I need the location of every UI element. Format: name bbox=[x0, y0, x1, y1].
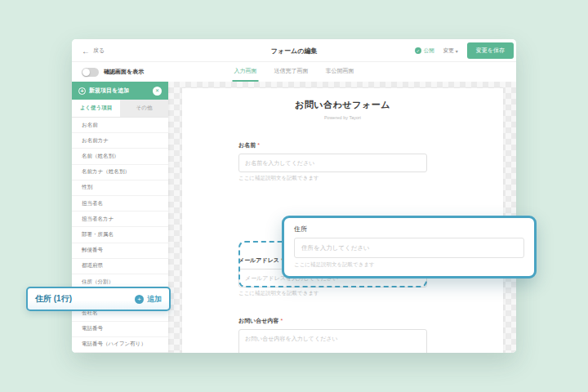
field-input[interactable] bbox=[238, 154, 427, 172]
card-field-input[interactable] bbox=[294, 238, 524, 258]
status-check-icon: ✓ bbox=[415, 47, 421, 54]
palette-tabs: よく使う項目 その他 bbox=[72, 100, 168, 118]
palette-item[interactable]: お名前カナ bbox=[72, 133, 168, 149]
change-dropdown-label: 変更 bbox=[443, 47, 454, 55]
field-palette-sidebar: + 新規項目を追加 ✕ よく使う項目 その他 お名前お名前カナ名前（姓名別）名前… bbox=[72, 82, 168, 353]
add-field-button[interactable]: + 追加 bbox=[135, 294, 162, 305]
confirm-screen-toggle-label: 確認画面を表示 bbox=[104, 68, 144, 76]
palette-item[interactable]: 電話番号 bbox=[72, 322, 168, 337]
palette-item[interactable]: 郵便番号 bbox=[72, 243, 168, 259]
address-field-card[interactable]: 住所 ここに補足説明文を記載できます bbox=[282, 216, 537, 278]
palette-item[interactable]: 電話番号（ハイフン有り） bbox=[72, 337, 168, 353]
palette-header-label: 新規項目を追加 bbox=[89, 87, 129, 95]
save-changes-button[interactable]: 変更を保存 bbox=[467, 42, 514, 59]
toggle-knob bbox=[82, 69, 90, 76]
screen-tabs: 入力画面 送信完了画面 非公開画面 bbox=[233, 62, 356, 82]
page-title: フォームの編集 bbox=[271, 39, 318, 62]
palette-tab-label: その他 bbox=[136, 105, 153, 112]
required-mark: * bbox=[281, 318, 283, 323]
publish-status-badge: ✓ 公開 bbox=[415, 47, 434, 55]
plus-circle-icon: + bbox=[78, 87, 86, 95]
back-label: 戻る bbox=[93, 47, 105, 55]
card-helper-text: ここに補足説明文を記載できます bbox=[294, 261, 524, 269]
palette-tab[interactable]: その他 bbox=[120, 100, 168, 117]
arrow-left-icon: ← bbox=[82, 47, 90, 56]
required-mark: * bbox=[257, 142, 260, 148]
palette-header-title: + 新規項目を追加 bbox=[78, 87, 129, 95]
palette-header: + 新規項目を追加 ✕ bbox=[72, 82, 168, 100]
address-one-line-callout[interactable]: 住所 (1行) + 追加 bbox=[26, 287, 171, 311]
chevron-down-icon: ▾ bbox=[456, 48, 458, 54]
field-helper-text: ここに補足説明文を記載できます bbox=[238, 175, 427, 182]
palette-item[interactable]: 担当者名カナ bbox=[72, 212, 168, 227]
palette-item[interactable]: 名前（姓名別） bbox=[72, 149, 168, 164]
top-bar: ← 戻る フォームの編集 ✓ 公開 変更 ▾ 変更を保存 bbox=[72, 39, 516, 62]
form-field: お問い合せ内容* bbox=[238, 311, 427, 353]
screen-tab[interactable]: 入力画面 bbox=[233, 62, 259, 82]
sub-bar: 確認画面を表示 入力画面 送信完了画面 非公開画面 bbox=[72, 62, 516, 82]
screen-tab[interactable]: 送信完了画面 bbox=[273, 62, 310, 82]
add-button-label: 追加 bbox=[147, 294, 162, 305]
screen-tab-label: 非公開画面 bbox=[326, 67, 354, 75]
form-field: お名前* ここに補足説明文を記載できます bbox=[238, 136, 427, 182]
form-title: お問い合わせフォーム bbox=[182, 99, 503, 111]
palette-tab-label: よく使う項目 bbox=[80, 105, 112, 112]
field-label: お問い合せ内容 bbox=[238, 318, 279, 323]
field-label: お名前 bbox=[238, 142, 256, 148]
palette-item[interactable]: お名前 bbox=[72, 118, 168, 133]
topbar-actions: ✓ 公開 変更 ▾ 変更を保存 bbox=[415, 39, 514, 62]
status-label: 公開 bbox=[424, 47, 434, 55]
card-field-label: 住所 bbox=[294, 225, 524, 234]
callout-label: 住所 (1行) bbox=[35, 293, 72, 305]
palette-item[interactable]: 名前カナ（姓名別） bbox=[72, 165, 168, 180]
palette-tab[interactable]: よく使う項目 bbox=[72, 100, 120, 117]
powered-by-label: Powered by Tayori bbox=[182, 115, 503, 120]
confirm-screen-toggle[interactable] bbox=[82, 68, 99, 77]
screen-tab[interactable]: 非公開画面 bbox=[324, 62, 356, 82]
palette-item[interactable]: 都道府県 bbox=[72, 259, 168, 274]
desktop-background: ← 戻る フォームの編集 ✓ 公開 変更 ▾ 変更を保存 bbox=[0, 0, 588, 392]
plus-circle-icon: + bbox=[135, 295, 144, 304]
field-label-row: お問い合せ内容* bbox=[238, 311, 427, 326]
screen-tab-label: 入力画面 bbox=[234, 67, 257, 75]
back-button[interactable]: ← 戻る bbox=[82, 39, 105, 62]
screen-tab-label: 送信完了画面 bbox=[274, 67, 309, 75]
close-icon[interactable]: ✕ bbox=[153, 87, 162, 96]
palette-item[interactable]: 担当者名 bbox=[72, 196, 168, 212]
field-textarea[interactable] bbox=[238, 329, 427, 353]
field-label-row: お名前* bbox=[238, 136, 427, 150]
change-dropdown[interactable]: 変更 ▾ bbox=[443, 47, 458, 55]
confirm-screen-toggle-wrap: 確認画面を表示 bbox=[82, 62, 144, 82]
field-helper-text: ここに補足説明文を記載できます bbox=[238, 290, 427, 297]
palette-item-list: お名前お名前カナ名前（姓名別）名前カナ（姓名別）性別担当者名担当者名カナ部署・所… bbox=[72, 118, 168, 353]
palette-item[interactable]: 性別 bbox=[72, 180, 168, 196]
palette-item[interactable]: 部署・所属名 bbox=[72, 227, 168, 243]
